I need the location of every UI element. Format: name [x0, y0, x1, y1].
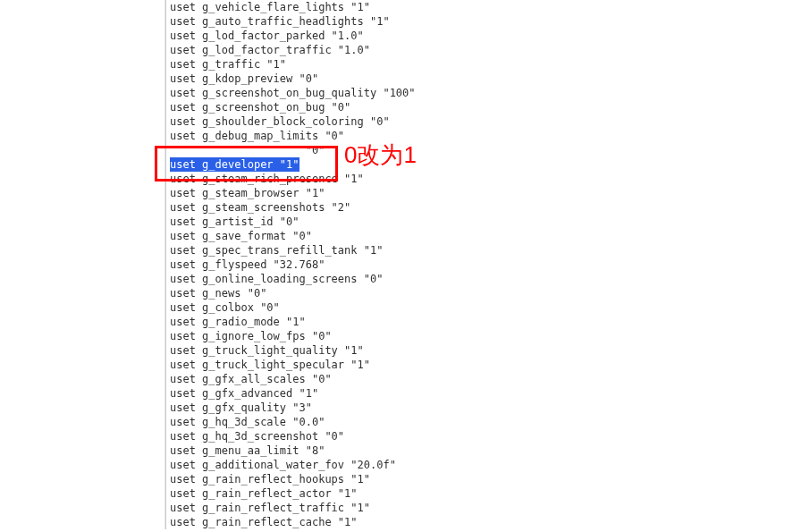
config-line[interactable]: uset g_spec_trans_refill_tank "1": [170, 243, 793, 258]
config-line[interactable]: uset g_rain_reflect_cache "1": [170, 515, 793, 529]
config-line[interactable]: uset g_flyspeed "32.768": [170, 258, 793, 272]
config-line[interactable]: uset g_steam_browser "1": [170, 186, 793, 200]
text-editor: uset g_vehicle_flare_lights "1" uset g_a…: [0, 0, 793, 529]
config-line[interactable]: uset g_auto_traffic_headlights "1": [170, 14, 793, 29]
config-line[interactable]: uset g_truck_light_specular "1": [170, 358, 793, 372]
config-line[interactable]: uset g_kdop_preview "0": [170, 72, 793, 86]
config-line[interactable]: uset g_news "0": [170, 286, 793, 300]
config-line[interactable]: uset g_steam_screenshots "2": [170, 200, 793, 215]
config-line[interactable]: uset g_gfx_advanced "1": [170, 386, 793, 401]
config-line[interactable]: uset g_steam_rich_presence "1": [170, 172, 793, 186]
config-line[interactable]: uset g_gfx_quality "3": [170, 401, 793, 415]
config-line[interactable]: uset g_rain_reflect_actor "1": [170, 486, 793, 501]
code-area[interactable]: uset g_vehicle_flare_lights "1" uset g_a…: [165, 0, 793, 529]
config-line[interactable]: uset g_shoulder_block_coloring "0": [170, 114, 793, 129]
config-line[interactable]: uset g_screenshot_on_bug_quality "100": [170, 86, 793, 100]
config-line[interactable]: uset g_menu_aa_limit "8": [170, 443, 793, 458]
config-line[interactable]: uset g_vehicle_flare_lights "1": [170, 0, 793, 14]
config-line[interactable]: uset g_ignore_low_fps "0": [170, 329, 793, 343]
config-line[interactable]: uset g_radio_mode "1": [170, 315, 793, 329]
config-line[interactable]: uset g_save_format "0": [170, 229, 793, 243]
editor-gutter: [0, 0, 165, 529]
config-line[interactable]: uset g_rain_reflect_traffic "1": [170, 501, 793, 515]
config-line[interactable]: uset g_debug_map_limits "0": [170, 129, 793, 143]
config-line[interactable]: uset g_traffic "1": [170, 57, 793, 72]
config-line[interactable]: uset g_truck_light_quality "1": [170, 343, 793, 358]
config-line[interactable]: uset g_colbox "0": [170, 300, 793, 315]
selected-text[interactable]: uset g_developer "1": [170, 157, 299, 172]
config-line[interactable]: uset g_artist_id "0": [170, 215, 793, 229]
config-line[interactable]: uset g_additional_water_fov "20.0f": [170, 458, 793, 472]
config-line-developer[interactable]: uset g_developer "1": [170, 157, 793, 172]
config-line[interactable]: uset g_rain_reflect_hookups "1": [170, 472, 793, 486]
config-line[interactable]: uset g_hq_3d_screenshot "0": [170, 429, 793, 443]
config-line[interactable]: uset g_screenshot_on_bug "0": [170, 100, 793, 114]
config-line[interactable]: uset g_lod_factor_traffic "1.0": [170, 43, 793, 57]
config-line[interactable]: uset g_lod_factor_parked "1.0": [170, 29, 793, 43]
config-line[interactable]: uset g_hq_3d_scale "0.0": [170, 415, 793, 429]
config-line[interactable]: uset g_gfx_all_scales "0": [170, 372, 793, 386]
config-line-partial[interactable]: uset g_dev_developer "0": [170, 143, 793, 157]
config-line[interactable]: uset g_online_loading_screens "0": [170, 272, 793, 286]
